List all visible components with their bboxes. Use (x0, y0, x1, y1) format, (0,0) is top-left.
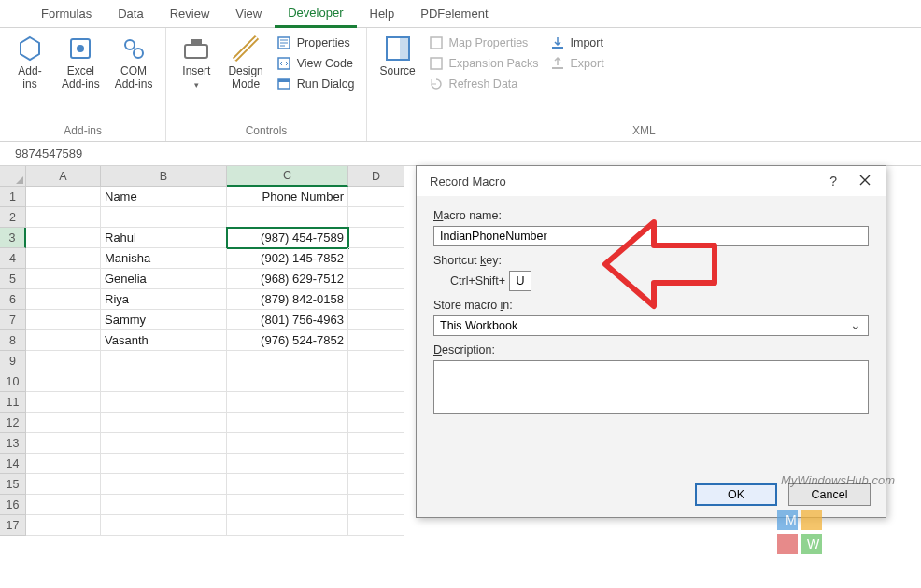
cell[interactable] (26, 187, 101, 207)
col-header-A[interactable]: A (26, 166, 101, 187)
addins-button[interactable]: Add-ins (7, 30, 52, 95)
cell[interactable] (26, 351, 101, 371)
formula-bar[interactable]: 9874547589 (0, 142, 921, 166)
row-header[interactable]: 11 (0, 392, 26, 413)
cell[interactable] (348, 248, 404, 269)
cell[interactable] (348, 351, 404, 371)
cell[interactable] (348, 454, 404, 474)
cell[interactable] (101, 371, 227, 392)
cell[interactable] (227, 433, 348, 454)
cell[interactable]: Riya (101, 289, 227, 310)
design-mode-button[interactable]: DesignMode (222, 30, 268, 95)
cell[interactable] (348, 310, 404, 330)
cell[interactable]: Genelia (101, 269, 227, 289)
menu-tab-data[interactable]: Data (105, 1, 156, 26)
refresh-data-button[interactable]: Refresh Data (425, 75, 543, 93)
row-header[interactable]: 1 (0, 187, 26, 207)
store-macro-select[interactable]: This Workbook (433, 315, 869, 336)
cell[interactable]: Manisha (101, 248, 227, 269)
cell[interactable] (348, 289, 404, 310)
cell[interactable]: (902) 145-7852 (227, 248, 348, 269)
cell[interactable] (101, 474, 227, 495)
view-code-button[interactable]: View Code (273, 54, 359, 73)
cell[interactable]: (976) 524-7852 (227, 330, 348, 351)
close-button[interactable] (854, 175, 876, 189)
cell[interactable] (348, 187, 404, 207)
cell[interactable] (227, 351, 348, 371)
cell[interactable] (101, 454, 227, 474)
row-header[interactable]: 3 (0, 228, 26, 248)
cell[interactable] (348, 228, 404, 248)
cell[interactable] (227, 371, 348, 392)
cell[interactable] (26, 269, 101, 289)
menu-tab-review[interactable]: Review (157, 1, 223, 26)
cell[interactable] (348, 330, 404, 351)
com-addins-button[interactable]: COMAdd-ins (109, 30, 159, 95)
cell[interactable] (348, 269, 404, 289)
cell[interactable] (26, 474, 101, 495)
cell[interactable] (26, 228, 101, 248)
cell[interactable] (26, 433, 101, 454)
cell[interactable] (101, 515, 227, 536)
row-header[interactable]: 9 (0, 351, 26, 371)
run-dialog-button[interactable]: Run Dialog (273, 75, 359, 93)
row-header[interactable]: 12 (0, 413, 26, 433)
cell[interactable] (348, 433, 404, 454)
col-header-D[interactable]: D (348, 166, 404, 187)
cell[interactable] (227, 392, 348, 413)
properties-button[interactable]: Properties (273, 34, 359, 52)
cell[interactable] (348, 413, 404, 433)
cell[interactable]: Sammy (101, 310, 227, 330)
menu-tab-formulas[interactable]: Formulas (28, 1, 105, 26)
cell[interactable] (101, 413, 227, 433)
row-header[interactable]: 7 (0, 310, 26, 330)
map-properties-button[interactable]: Map Properties (425, 34, 543, 52)
cell[interactable]: (987) 454-7589 (227, 228, 348, 248)
cell[interactable] (348, 515, 404, 536)
cell[interactable]: Name (101, 187, 227, 207)
cell[interactable] (101, 207, 227, 228)
row-header[interactable]: 15 (0, 474, 26, 495)
col-header-B[interactable]: B (101, 166, 227, 187)
cell[interactable]: Phone Number (227, 187, 348, 207)
description-input[interactable] (433, 360, 869, 414)
cell[interactable] (26, 248, 101, 269)
cell[interactable] (26, 413, 101, 433)
select-all-corner[interactable] (0, 166, 26, 187)
cell[interactable] (227, 207, 348, 228)
cell[interactable] (348, 392, 404, 413)
cell[interactable] (227, 495, 348, 515)
menu-tab-view[interactable]: View (222, 1, 275, 26)
row-header[interactable]: 16 (0, 495, 26, 515)
cell[interactable] (227, 454, 348, 474)
row-header[interactable]: 13 (0, 433, 26, 454)
cell[interactable] (26, 392, 101, 413)
insert-button[interactable]: Insert▾ (174, 30, 219, 95)
cell[interactable] (227, 474, 348, 495)
excel-addins-button[interactable]: ExcelAdd-ins (56, 30, 106, 95)
cell[interactable] (26, 495, 101, 515)
row-header[interactable]: 14 (0, 454, 26, 474)
cell[interactable] (26, 371, 101, 392)
cell[interactable] (101, 392, 227, 413)
cell[interactable] (348, 371, 404, 392)
export-button[interactable]: Export (546, 54, 608, 73)
cell[interactable] (227, 515, 348, 536)
cell[interactable]: (879) 842-0158 (227, 289, 348, 310)
row-header[interactable]: 10 (0, 371, 26, 392)
cell[interactable] (26, 454, 101, 474)
row-header[interactable]: 5 (0, 269, 26, 289)
col-header-C[interactable]: C (227, 166, 348, 187)
cell[interactable] (26, 207, 101, 228)
import-button[interactable]: Import (546, 34, 608, 52)
help-button[interactable]: ? (829, 174, 837, 189)
cell[interactable]: Rahul (101, 228, 227, 248)
expansion-packs-button[interactable]: Expansion Packs (425, 54, 543, 73)
row-header[interactable]: 4 (0, 248, 26, 269)
cell[interactable] (348, 495, 404, 515)
menu-tab-help[interactable]: Help (357, 1, 408, 26)
cell[interactable] (227, 413, 348, 433)
cell[interactable] (101, 433, 227, 454)
cell[interactable] (101, 495, 227, 515)
cell[interactable] (26, 515, 101, 536)
